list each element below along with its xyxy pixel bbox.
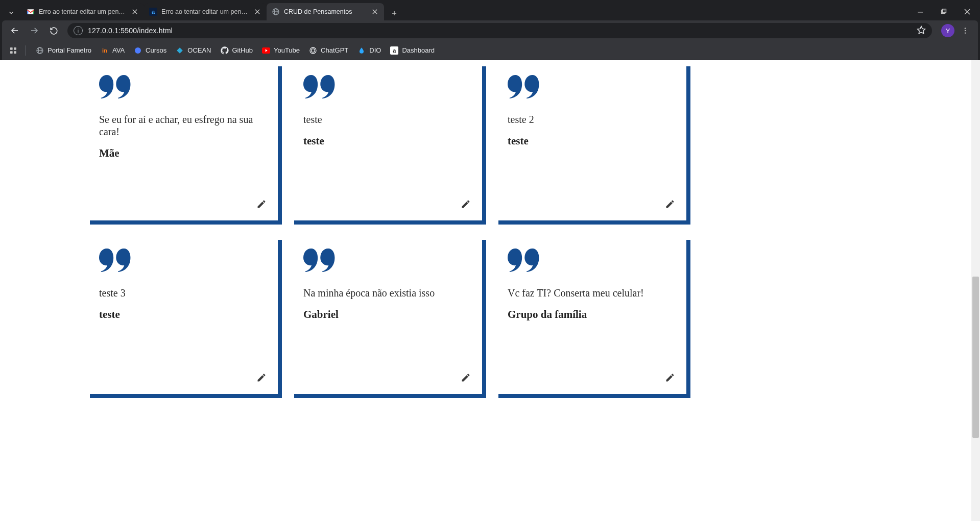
tab-close-button[interactable] (371, 8, 379, 16)
profile-avatar[interactable]: Y (941, 24, 954, 37)
bookmark-icon (357, 46, 366, 55)
edit-button[interactable] (256, 373, 267, 385)
bookmark-icon (134, 46, 142, 55)
quote-icon (508, 75, 673, 99)
tab-strip: Erro ao tentar editar um pensaraErro ao … (0, 0, 980, 20)
browser-tab[interactable]: Erro ao tentar editar um pensar (21, 3, 144, 20)
thought-author: teste (303, 135, 469, 147)
thought-card: teste 3teste (86, 236, 278, 394)
browser-chrome: Erro ao tentar editar um pensaraErro ao … (0, 0, 980, 60)
window-controls (909, 3, 980, 20)
thought-author: teste (508, 135, 673, 147)
svg-point-20 (965, 28, 966, 29)
toolbar: i 127.0.0.1:5500/index.html Y (2, 20, 978, 41)
bookmark-icon (221, 46, 229, 55)
thought-content: Vc faz TI? Conserta meu celular! (508, 287, 673, 299)
tab-title: Erro ao tentar editar um pensar (39, 8, 127, 15)
bookmarks-bar: Portal FametroinAVACursosOCEANGitHubYouT… (2, 41, 978, 60)
tab-close-button[interactable] (131, 8, 139, 16)
bookmark-label: DIO (369, 46, 381, 54)
chrome-menu-button[interactable] (957, 22, 974, 39)
tab-favicon-icon (272, 8, 280, 16)
site-info-icon[interactable]: i (74, 26, 83, 35)
edit-button[interactable] (665, 373, 675, 385)
thought-content: teste (303, 113, 469, 126)
avatar-letter: Y (946, 27, 950, 35)
quote-icon (303, 75, 469, 99)
tab-title: CRUD de Pensamentos (284, 8, 367, 15)
back-button[interactable] (6, 22, 23, 39)
bookmark-label: AVA (112, 46, 125, 54)
bookmark-item[interactable]: DIO (353, 44, 386, 57)
thought-card: Se eu for aí e achar, eu esfrego na sua … (86, 62, 278, 220)
bookmark-item[interactable]: inAVA (96, 44, 129, 57)
edit-button[interactable] (461, 373, 471, 385)
bookmark-label: Cursos (146, 46, 166, 54)
vertical-scrollbar-thumb[interactable] (972, 277, 979, 438)
new-tab-button[interactable] (387, 6, 401, 20)
tab-title: Erro ao tentar editar um pensar (161, 8, 249, 15)
bookmark-label: ChatGPT (321, 46, 348, 54)
thought-author: Grupo da família (508, 308, 673, 321)
bookmark-item[interactable]: aDashboard (386, 44, 439, 57)
bookmark-item[interactable]: YouTube (257, 44, 304, 57)
bookmark-icon (176, 46, 184, 55)
edit-button[interactable] (256, 199, 267, 211)
bookmark-label: Portal Fametro (47, 46, 91, 54)
thought-content: teste 3 (99, 287, 265, 299)
bookmark-icon (36, 46, 44, 55)
thought-card: Vc faz TI? Conserta meu celular!Grupo da… (494, 236, 686, 394)
svg-point-31 (310, 47, 316, 54)
quote-icon (99, 75, 265, 99)
svg-rect-12 (918, 12, 923, 13)
bookmark-label: YouTube (274, 46, 300, 54)
svg-rect-25 (10, 51, 13, 54)
thought-author: Gabriel (303, 308, 469, 321)
svg-rect-26 (14, 51, 16, 54)
thought-card: Na minha época não existia issoGabriel (290, 236, 482, 394)
edit-button[interactable] (461, 199, 471, 211)
bookmark-item[interactable]: Cursos (129, 44, 171, 57)
tab-search-dropdown[interactable] (3, 5, 19, 20)
apps-button[interactable] (6, 43, 20, 58)
bookmark-icon (309, 46, 317, 55)
bookmark-item[interactable]: ChatGPT (304, 44, 353, 57)
edit-button[interactable] (665, 199, 675, 211)
bookmark-icon: a (390, 46, 398, 55)
page-content[interactable]: Se eu for aí e achar, eu esfrego na sua … (0, 60, 980, 521)
card-body: teste 2teste (494, 62, 686, 220)
bookmark-label: Dashboard (402, 46, 435, 54)
reload-button[interactable] (45, 22, 62, 39)
bookmark-star-icon[interactable] (917, 26, 926, 36)
svg-point-21 (965, 30, 966, 31)
bookmark-item[interactable]: GitHub (216, 44, 257, 57)
card-body: Se eu for aí e achar, eu esfrego na sua … (86, 62, 278, 220)
thought-content: Se eu for aí e achar, eu esfrego na sua … (99, 113, 265, 138)
svg-marker-19 (918, 26, 925, 33)
quote-icon (508, 248, 673, 272)
bookmark-icon: in (101, 46, 109, 55)
browser-tab[interactable]: aErro ao tentar editar um pensar (144, 3, 267, 20)
address-bar[interactable]: i 127.0.0.1:5500/index.html (67, 23, 932, 38)
tab-favicon-icon (27, 8, 35, 16)
bookmark-item[interactable]: OCEAN (171, 44, 216, 57)
vertical-scrollbar[interactable] (971, 60, 980, 521)
bookmarks-separator (26, 45, 26, 56)
tab-close-button[interactable] (253, 8, 261, 16)
quote-icon (99, 248, 265, 272)
page-viewport: Se eu for aí e achar, eu esfrego na sua … (0, 60, 980, 521)
card-body: Na minha época não existia issoGabriel (290, 236, 482, 394)
thought-content: teste 2 (508, 113, 673, 126)
browser-tab[interactable]: CRUD de Pensamentos (267, 3, 384, 20)
forward-button[interactable] (26, 22, 43, 39)
thought-content: Na minha época não existia isso (303, 287, 469, 299)
thought-card: teste 2teste (494, 62, 686, 220)
window-maximize-button[interactable] (932, 3, 955, 20)
thought-author: Mãe (99, 147, 265, 160)
bookmark-item[interactable]: Portal Fametro (31, 44, 96, 57)
svg-point-32 (312, 48, 315, 52)
thought-author: teste (99, 308, 265, 321)
url-text: 127.0.0.1:5500/index.html (88, 27, 173, 35)
window-minimize-button[interactable] (909, 3, 932, 20)
window-close-button[interactable] (955, 3, 979, 20)
